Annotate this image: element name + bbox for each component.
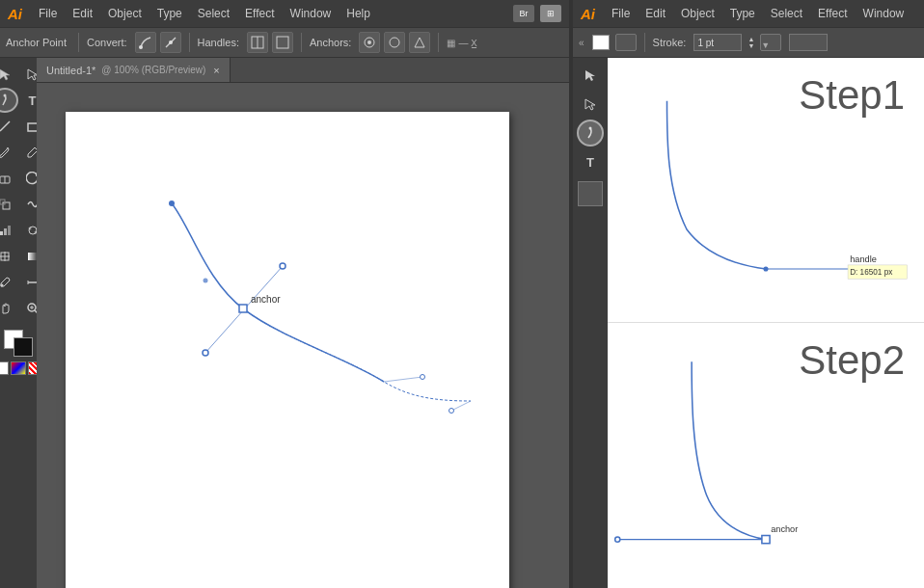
svg-rect-55 [762,536,770,544]
step2-label: Step2 [799,337,905,384]
menu-effect[interactable]: Effect [238,5,281,22]
document-tab[interactable]: Untitled-1* @ 100% (RGB/Preview) × [37,58,231,82]
svg-marker-8 [415,38,424,47]
eraser-icon[interactable] [0,166,18,191]
workspace-icon[interactable]: ⊞ [540,5,561,22]
menu-r-file[interactable]: File [605,5,637,22]
svg-rect-19 [8,226,11,235]
svg-line-36 [205,309,244,353]
svg-point-0 [139,45,143,49]
svg-line-10 [0,121,10,131]
svg-point-41 [203,350,208,356]
canvas-area: anchor [37,83,569,588]
anchor-point-label: Anchor Point [6,37,67,48]
r-selection-icon[interactable] [577,62,604,89]
right-tools: T [573,58,608,588]
menu-r-select[interactable]: Select [764,5,809,22]
menu-r-object[interactable]: Object [674,5,721,22]
tab-title: Untitled-1* [46,65,95,76]
r-pen-tool-icon[interactable] [577,120,604,147]
toolbar-left: Anchor Point Convert: Handles: Anchors: [0,27,569,58]
step2-area: Step2 anchor [608,323,924,588]
canvas-svg: anchor [66,112,509,588]
svg-rect-26 [28,253,38,260]
svg-rect-15 [3,202,10,209]
anchors-btn-3[interactable] [409,32,430,53]
anchors-btn-2[interactable] [384,32,405,53]
stroke-value-input[interactable]: 1 pt [693,34,742,51]
tab-close[interactable]: × [213,65,219,76]
menu-window[interactable]: Window [284,5,339,22]
sep4 [438,33,439,52]
svg-line-42 [384,377,422,382]
sep2 [189,33,190,52]
menu-r-window[interactable]: Window [856,5,911,22]
handles-btn-2[interactable] [272,32,293,53]
eyedropper-icon[interactable] [0,270,18,295]
svg-point-1 [169,40,173,44]
tab-subtitle: @ 100% (RGB/Preview) [101,65,205,75]
stroke-spinner[interactable]: ▲ ▼ [747,36,754,49]
fill-color-right[interactable] [592,35,610,50]
pen-tool-icon[interactable] [0,88,18,113]
menu-edit[interactable]: Edit [66,5,99,22]
menu-bar-left: Ai File Edit Object Type Select Effect W… [0,0,569,27]
menu-type[interactable]: Type [150,5,189,22]
svg-point-39 [204,279,208,283]
ai-logo-right: Ai [581,6,595,22]
menu-object[interactable]: Object [101,5,149,22]
color-btn[interactable] [11,361,26,375]
collapse-icon[interactable]: « [579,38,584,48]
browser-icon[interactable]: Br [513,5,534,22]
tutorial-content: Step1 handle D: 16501 px [608,58,924,588]
convert-label: Convert: [87,37,127,48]
menu-r-type[interactable]: Type [723,5,762,22]
ai-logo-left: Ai [8,6,22,22]
opacity-bar[interactable] [789,34,828,51]
step1-label: Step1 [799,72,905,119]
menu-help[interactable]: Help [340,5,377,22]
stroke-swatch[interactable] [14,337,33,357]
graph-icon[interactable] [0,218,18,243]
color-swatches[interactable] [2,328,35,359]
sep3 [301,33,302,52]
svg-line-43 [451,401,471,411]
stroke-dropdown[interactable]: ▼ [760,34,781,51]
menu-select[interactable]: Select [191,5,236,22]
tools-sidebar: T [0,58,37,588]
line-tool-icon[interactable] [0,114,18,139]
svg-point-50 [763,266,768,271]
svg-text:anchor: anchor [251,294,281,305]
menu-file[interactable]: File [32,5,64,22]
canvas-document: anchor [66,112,509,588]
svg-point-9 [3,94,6,97]
svg-rect-11 [28,123,38,131]
none-fill-btn[interactable] [0,361,9,375]
menu-r-effect[interactable]: Effect [811,5,854,22]
svg-rect-17 [0,231,3,235]
paintbrush-icon[interactable] [0,140,18,165]
hand-tool-icon[interactable] [0,296,18,321]
stroke-color-right[interactable] [615,34,637,51]
r-bottom-swatch[interactable] [578,181,603,206]
mesh-icon[interactable] [0,244,18,269]
svg-rect-18 [4,228,7,235]
handles-btn-1[interactable] [247,32,268,53]
anchors-label: Anchors: [310,37,351,48]
svg-rect-37 [239,305,247,312]
menu-bar-right: Ai File Edit Object Type Select Effect W… [573,0,924,27]
sep1 [78,33,79,52]
convert-btn-1[interactable] [135,32,156,53]
svg-point-40 [280,263,285,269]
anchors-btn-1[interactable] [359,32,380,53]
stroke-label-right: Stroke: [653,37,687,48]
extra-toolbar-icons: ▦—X̲ [447,38,477,48]
svg-point-44 [421,375,425,380]
r-type-icon[interactable]: T [577,148,604,175]
r-direct-select-icon[interactable] [577,91,604,118]
convert-btn-2[interactable] [160,32,181,53]
menu-r-edit[interactable]: Edit [639,5,672,22]
svg-text:handle: handle [850,254,877,264]
scale-icon[interactable] [0,192,18,217]
selection-tool-icon[interactable] [0,62,18,87]
